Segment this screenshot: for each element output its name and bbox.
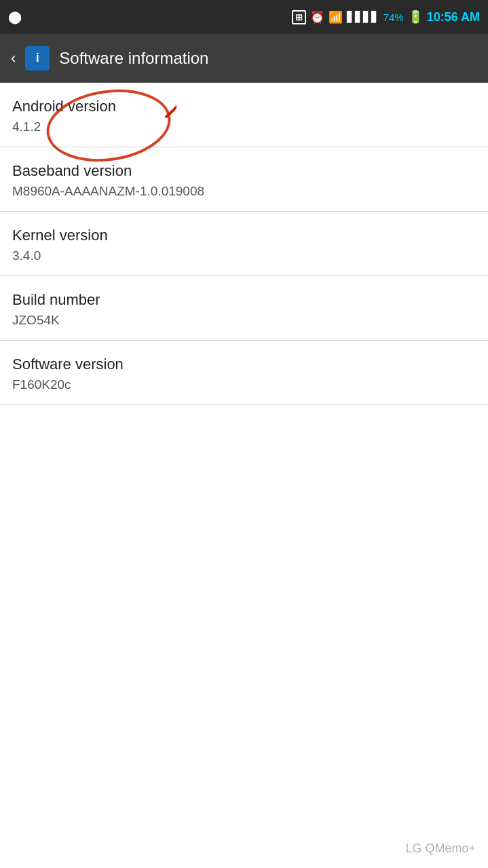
app-bar: ‹ i Software information: [0, 34, 488, 83]
baseband-version-label: Baseband version: [12, 162, 476, 180]
build-number-label: Build number: [12, 291, 476, 309]
back-button[interactable]: ‹: [11, 50, 16, 67]
content-area: Android version 4.1.2 Baseband version M…: [0, 83, 488, 405]
kernel-version-value: 3.4.0: [12, 248, 476, 263]
battery-icon: 🔋: [408, 10, 423, 24]
build-number-item: Build number JZO54K: [0, 276, 488, 341]
status-time: 10:56 AM: [427, 10, 480, 24]
notification-dot-icon: ⬤: [8, 10, 22, 24]
android-version-value: 4.1.2: [12, 119, 476, 134]
status-bar: ⬤ ⊞ ⏰ 📶 ▋▋▋▋ 74% 🔋 10:56 AM: [0, 0, 488, 34]
software-version-label: Software version: [12, 356, 476, 373]
software-version-item: Software version F160K20c: [0, 341, 488, 405]
wifi-icon: 📶: [329, 10, 343, 24]
watermark: LG QMemo+: [405, 842, 476, 856]
kernel-version-item: Kernel version 3.4.0: [0, 212, 488, 276]
kernel-version-label: Kernel version: [12, 227, 476, 244]
page-title: Software information: [59, 49, 208, 68]
software-version-value: F160K20c: [12, 377, 476, 392]
baseband-version-item: Baseband version M8960A-AAAANAZM-1.0.019…: [0, 147, 488, 212]
status-right: ⊞ ⏰ 📶 ▋▋▋▋ 74% 🔋 10:56 AM: [292, 10, 480, 24]
hdmi-icon: ⊞: [292, 10, 306, 24]
signal-icon: ▋▋▋▋: [347, 11, 379, 23]
status-left: ⬤: [8, 10, 22, 24]
alarm-icon: ⏰: [310, 10, 324, 24]
build-number-value: JZO54K: [12, 313, 476, 328]
battery-percent: 74%: [383, 12, 404, 23]
app-icon: i: [25, 46, 50, 71]
baseband-version-value: M8960A-AAAANAZM-1.0.019008: [12, 184, 476, 199]
android-version-label: Android version: [12, 98, 476, 115]
android-version-item: Android version 4.1.2: [0, 83, 488, 147]
